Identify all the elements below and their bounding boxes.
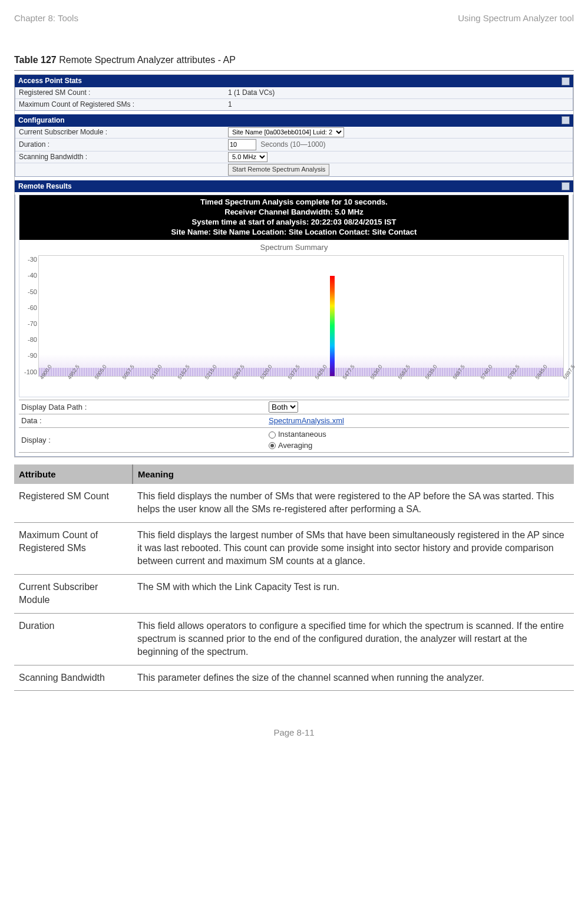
csm-label: Current Subscriber Module : — [19, 127, 228, 137]
embedded-screenshot: Access Point Stats Registered SM Count :… — [14, 74, 574, 457]
x-tick: 5582.5 — [397, 375, 409, 385]
header-right: Using Spectrum Analyzer tool — [458, 12, 574, 24]
x-tick: 4952.5 — [66, 375, 79, 385]
collapse-icon[interactable] — [561, 77, 570, 85]
x-tick: 5320.0 — [259, 375, 272, 385]
radio-averaging[interactable] — [269, 442, 276, 449]
collapse-icon[interactable] — [561, 182, 570, 190]
config-title: Configuration — [18, 116, 65, 126]
spectrum-chart: -30-40-50-60-70-80-90-100 4900.04952.550… — [38, 255, 564, 391]
x-tick: 5897.5 — [561, 375, 574, 385]
x-tick: 4900.0 — [38, 375, 51, 385]
x-tick: 5687.5 — [451, 375, 464, 385]
x-tick: 5530.0 — [369, 375, 382, 385]
results-hdr4: Site Name: Site Name Location: Site Loca… — [21, 228, 567, 238]
spectrum-peak — [330, 276, 335, 376]
header-left: Chapter 8: Tools — [14, 12, 78, 24]
reg-sm-count-label: Registered SM Count : — [19, 88, 228, 98]
y-tick: -70 — [22, 319, 37, 328]
y-tick: -50 — [22, 288, 37, 296]
x-tick: 5792.5 — [506, 375, 519, 385]
data-label: Data : — [21, 416, 269, 426]
attr-cell: Scanning Bandwidth — [14, 665, 133, 690]
meaning-cell: This field displays the number of SMs th… — [133, 484, 574, 522]
x-tick: 5267.5 — [231, 375, 244, 385]
x-tick: 5372.5 — [286, 375, 299, 385]
th-meaning: Meaning — [133, 464, 574, 484]
attr-cell: Maximum Count of Registered SMs — [14, 522, 133, 574]
x-tick: 5110.0 — [148, 375, 161, 385]
attr-cell: Registered SM Count — [14, 484, 133, 522]
csm-select[interactable]: Site Name [0a003ebb0104] Luid: 2 — [228, 127, 344, 137]
display-path-select[interactable]: Both — [269, 401, 298, 413]
max-reg-sm-value: 1 — [228, 100, 569, 110]
y-tick: -90 — [22, 351, 37, 360]
x-tick: 5162.5 — [176, 375, 189, 385]
duration-input[interactable] — [228, 139, 256, 150]
config-row: Current Subscriber Module : Site Name [0… — [15, 127, 573, 139]
y-tick: -100 — [22, 368, 37, 377]
max-reg-sm-label: Maximum Count of Registered SMs : — [19, 100, 228, 110]
y-tick: -60 — [22, 304, 37, 312]
y-tick: -40 — [22, 271, 37, 280]
caption-bold: Table 127 — [14, 55, 57, 65]
opt-averaging: Averaging — [278, 441, 312, 450]
results-title: Remote Results — [18, 182, 72, 192]
table-row: DurationThis field allows operators to c… — [14, 613, 574, 665]
meaning-cell: This parameter defines the size of the c… — [133, 665, 574, 690]
ap-stat-row: Registered SM Count : 1 (1 Data VCs) — [15, 87, 573, 99]
x-axis: 4900.04952.55005.05057.55110.05162.55215… — [38, 375, 564, 391]
caption-rule — [14, 70, 574, 71]
config-row-button: Start Remote Spectrum Analysis — [15, 163, 573, 176]
reg-sm-count-value: 1 (1 Data VCs) — [228, 88, 569, 98]
attr-cell: Duration — [14, 613, 133, 665]
ap-stats-title: Access Point Stats — [18, 76, 82, 86]
page-footer: Page 8-11 — [14, 726, 574, 739]
x-tick: 5425.0 — [313, 375, 326, 385]
config-body: Current Subscriber Module : Site Name [0… — [15, 127, 573, 177]
radio-instantaneous[interactable] — [269, 431, 276, 439]
table-row: Current Subscriber ModuleThe SM with whi… — [14, 574, 574, 613]
results-hdr1: Timed Spectrum Analysis complete for 10 … — [21, 197, 567, 207]
data-row: Data : SpectrumAnalysis.xml — [19, 414, 569, 428]
results-bar: Remote Results — [15, 180, 573, 193]
x-tick: 5635.0 — [424, 375, 437, 385]
ap-stat-row: Maximum Count of Registered SMs : 1 — [15, 99, 573, 110]
bw-select[interactable]: 5.0 MHz — [228, 152, 267, 162]
x-tick: 5477.5 — [341, 375, 354, 385]
table-row: Scanning BandwidthThis parameter defines… — [14, 665, 574, 690]
page-header: Chapter 8: Tools Using Spectrum Analyzer… — [14, 12, 574, 24]
results-hdr2: Receiver Channel Bandwidth: 5.0 MHz — [21, 207, 567, 218]
table-row: Maximum Count of Registered SMsThis fiel… — [14, 522, 574, 574]
data-link[interactable]: SpectrumAnalysis.xml — [269, 416, 344, 425]
config-row: Scanning Bandwidth : 5.0 MHz — [15, 151, 573, 163]
config-row: Duration : Seconds (10—1000) — [15, 139, 573, 151]
x-tick: 5005.0 — [93, 375, 106, 385]
y-tick: -80 — [22, 335, 37, 344]
results-body: Timed Spectrum Analysis complete for 10 … — [15, 195, 573, 457]
meaning-cell: This field displays the largest number o… — [133, 522, 574, 574]
bw-label: Scanning Bandwidth : — [19, 152, 228, 162]
results-header: Timed Spectrum Analysis complete for 10 … — [19, 195, 569, 240]
x-tick: 5215.0 — [203, 375, 216, 385]
caption-rest: Remote Spectrum Analyzer attributes - AP — [57, 55, 236, 65]
display-path-row: Display Data Path : Both — [19, 400, 569, 414]
y-tick: -30 — [22, 255, 37, 264]
x-tick: 5740.0 — [479, 375, 492, 385]
results-hdr3: System time at start of analysis: 20:22:… — [21, 218, 567, 228]
meaning-cell: This field allows operators to configure… — [133, 613, 574, 665]
table-row: Registered SM CountThis field displays t… — [14, 484, 574, 522]
results-subtitle: Spectrum Summary — [19, 240, 569, 253]
th-attribute: Attribute — [14, 464, 133, 484]
y-axis: -30-40-50-60-70-80-90-100 — [22, 255, 37, 377]
display-path-label: Display Data Path : — [21, 402, 269, 413]
attr-cell: Current Subscriber Module — [14, 574, 133, 613]
meaning-cell: The SM with which the Link Capacity Test… — [133, 574, 574, 613]
start-analysis-button[interactable]: Start Remote Spectrum Analysis — [228, 164, 329, 175]
opt-instantaneous: Instantaneous — [278, 430, 326, 439]
ap-stats-body: Registered SM Count : 1 (1 Data VCs) Max… — [15, 87, 573, 111]
collapse-icon[interactable] — [561, 116, 570, 124]
duration-hint: Seconds (10—1000) — [260, 140, 325, 149]
plot-area — [38, 255, 564, 377]
table-caption: Table 127 Remote Spectrum Analyzer attri… — [14, 54, 574, 67]
